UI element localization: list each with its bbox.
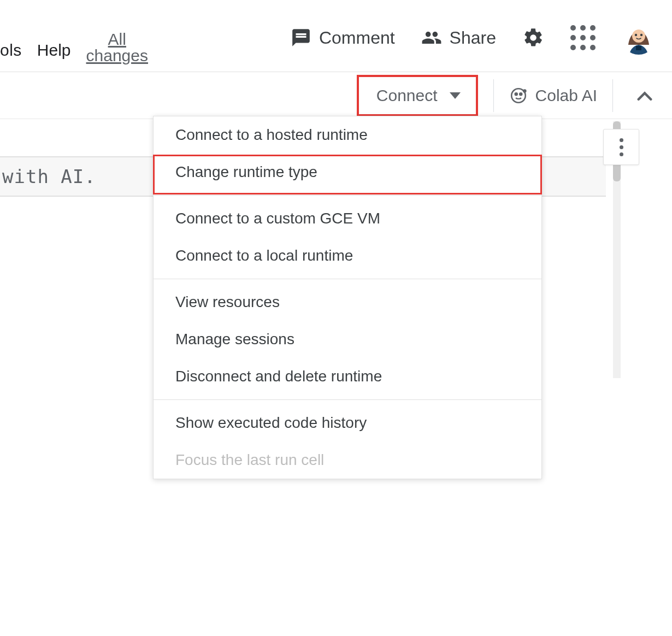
dd-manage-sessions[interactable]: Manage sessions [154, 321, 541, 358]
cell-overflow-button[interactable] [603, 129, 639, 165]
connect-button[interactable]: Connect [357, 75, 478, 116]
dd-focus-last-cell: Focus the last run cell [154, 441, 541, 479]
dd-connect-local[interactable]: Connect to a local runtime [154, 237, 541, 274]
dd-change-runtime-type[interactable]: Change runtime type [154, 154, 541, 191]
avatar-icon [622, 21, 656, 55]
menu-item-help[interactable]: Help [37, 41, 71, 60]
svg-point-8 [523, 89, 527, 93]
svg-rect-4 [636, 46, 641, 50]
chevron-up-icon [637, 91, 652, 101]
connect-label: Connect [376, 86, 438, 105]
comment-button[interactable]: Comment [291, 27, 395, 48]
header-actions: Comment Share [291, 21, 656, 55]
share-button[interactable]: Share [421, 27, 496, 48]
settings-button[interactable] [522, 27, 544, 49]
comment-icon [291, 27, 311, 48]
toolbar-divider [612, 79, 613, 112]
dropdown-divider [154, 195, 541, 196]
dd-connect-hosted[interactable]: Connect to a hosted runtime [154, 116, 541, 154]
dd-view-resources[interactable]: View resources [154, 284, 541, 321]
collapse-button[interactable] [628, 80, 661, 111]
apps-dot-icon [570, 25, 576, 31]
dropdown-divider [154, 279, 541, 279]
toolbar: Connect Colab AI [0, 72, 672, 119]
svg-point-6 [515, 93, 517, 95]
svg-point-7 [520, 93, 522, 95]
colab-ai-button[interactable]: Colab AI [506, 86, 600, 105]
gear-icon [522, 27, 544, 49]
dd-connect-gce[interactable]: Connect to a custom GCE VM [154, 200, 541, 237]
people-icon [421, 27, 442, 48]
google-apps-button[interactable] [570, 25, 596, 50]
colab-ai-label: Colab AI [535, 86, 597, 105]
dd-show-history[interactable]: Show executed code history [154, 404, 541, 441]
connect-dropdown: Connect to a hosted runtime Change runti… [153, 116, 542, 479]
dropdown-divider [154, 399, 541, 400]
comment-label: Comment [319, 28, 395, 48]
dd-disconnect-delete[interactable]: Disconnect and delete runtime [154, 358, 541, 395]
menu-item-tools-partial[interactable]: ols [0, 41, 22, 60]
menu-item-all-changes[interactable]: All changes [86, 31, 148, 64]
header: ols Help All changes Comment Share [0, 0, 672, 72]
menubar-partial: ols Help All changes [0, 41, 148, 64]
dropdown-arrow-icon [450, 92, 461, 99]
ai-face-icon [509, 86, 528, 105]
share-label: Share [450, 28, 496, 48]
svg-point-2 [635, 34, 637, 36]
more-vert-icon [619, 138, 623, 156]
svg-point-3 [640, 34, 642, 36]
svg-point-1 [632, 30, 645, 43]
toolbar-divider [493, 79, 494, 112]
account-avatar[interactable] [622, 21, 656, 55]
